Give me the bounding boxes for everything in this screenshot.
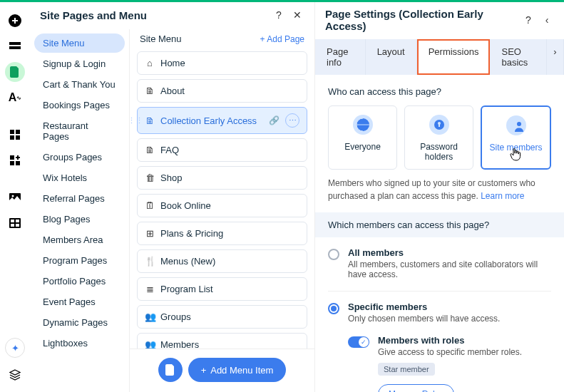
page-item[interactable]: 🗎FAQ — [137, 138, 307, 162]
roles-title: Members with roles — [378, 335, 551, 346]
sidebar-item-wix-hotels[interactable]: Wix Hotels — [34, 168, 125, 187]
svg-rect-15 — [11, 224, 14, 227]
card-icon — [506, 115, 526, 135]
add-menu-item-button[interactable]: +Add Menu Item — [188, 358, 287, 382]
sidebar-item-members-area[interactable]: Members Area — [34, 230, 125, 249]
svg-rect-4 — [16, 130, 20, 134]
opt-spec-desc: Only chosen members will have access. — [348, 314, 551, 324]
page-icon: 👥 — [145, 339, 155, 349]
add-page-link[interactable]: + Add Page — [260, 34, 304, 44]
opt-all-title: All members — [348, 247, 551, 258]
page-label: About — [160, 86, 185, 96]
sidebar-item-lightboxes[interactable]: Lightboxes — [34, 334, 125, 353]
help-icon[interactable]: ? — [272, 8, 286, 22]
settings-tabs: Page infoLayoutPermissionsSEO basics› — [315, 39, 564, 75]
perm-card-site-members[interactable]: Site members — [481, 105, 551, 170]
page-icon: 🗓 — [145, 200, 155, 211]
page-item[interactable]: 🍴Menus (New) — [137, 249, 307, 273]
pages-round-button[interactable] — [158, 358, 183, 382]
card-label: Everyone — [333, 142, 392, 152]
roles-desc: Give access to specific member roles. — [378, 347, 551, 357]
typography-icon[interactable]: A∿ — [5, 88, 25, 108]
svg-rect-20 — [439, 124, 440, 127]
perm-card-everyone[interactable]: Everyone — [328, 105, 397, 170]
sidebar-item-bookings-pages[interactable]: Bookings Pages — [34, 96, 125, 115]
tabs-scroll-right[interactable]: › — [547, 39, 564, 75]
radio-specific-members[interactable] — [328, 303, 339, 314]
sidebar-item-site-menu[interactable]: Site Menu — [34, 33, 125, 53]
manage-roles-button[interactable]: Manage Roles — [378, 384, 454, 392]
page-icon: 🗑 — [145, 172, 155, 183]
sidebar-item-blog-pages[interactable]: Blog Pages — [34, 210, 125, 229]
svg-point-21 — [511, 120, 516, 125]
sidebar-item-portfolio-pages[interactable]: Portfolio Pages — [34, 272, 125, 291]
page-item[interactable]: 🗎About — [137, 79, 307, 103]
sidebar-item-program-pages[interactable]: Program Pages — [34, 251, 125, 270]
back-icon[interactable]: ‹ — [540, 13, 554, 27]
page-icon: 🍴 — [145, 256, 155, 267]
page-icon: ⌂ — [145, 58, 155, 68]
sidebar-item-referral-pages[interactable]: Referral Pages — [34, 189, 125, 208]
page-item[interactable]: ⊞Plans & Pricing — [137, 222, 307, 245]
sidebar-item-event-pages[interactable]: Event Pages — [34, 292, 125, 311]
roles-toggle[interactable] — [348, 336, 369, 348]
page-label: Program List — [160, 284, 213, 294]
tab-seo-basics[interactable]: SEO basics — [490, 39, 547, 75]
page-item[interactable]: ⌂Home — [137, 51, 307, 75]
card-label: Password holders — [409, 142, 468, 162]
sidebar-item-cart-thank-you[interactable]: Cart & Thank You — [34, 75, 125, 94]
role-chip[interactable]: Star member — [378, 363, 435, 376]
link-icon[interactable]: 🔗 — [269, 115, 280, 125]
svg-rect-9 — [16, 161, 20, 165]
page-item[interactable]: 👥Members — [137, 333, 307, 349]
pages-icon[interactable] — [5, 36, 25, 56]
opt-spec-title: Specific members — [348, 301, 551, 312]
layers-icon[interactable] — [5, 365, 25, 385]
page-icon: 🗎 — [145, 115, 155, 126]
page-item[interactable]: 🗓Book Online — [137, 194, 307, 217]
media-icon[interactable] — [5, 187, 25, 207]
add-icon[interactable] — [5, 11, 25, 31]
svg-rect-7 — [10, 155, 14, 160]
content-title: Site Menu — [140, 33, 260, 44]
cms-icon[interactable] — [5, 213, 25, 233]
sidebar-item-dynamic-pages[interactable]: Dynamic Pages — [34, 313, 125, 332]
sidebar-item-restaurant-pages[interactable]: Restaurant Pages — [34, 116, 125, 146]
svg-point-22 — [517, 122, 521, 126]
card-label: Site members — [486, 143, 545, 153]
tab-permissions[interactable]: Permissions — [417, 39, 491, 75]
svg-rect-16 — [16, 224, 19, 227]
perm-card-password-holders[interactable]: Password holders — [404, 105, 473, 170]
tab-page-info[interactable]: Page info — [315, 39, 366, 75]
page-list: ⌂Home🗎About⋮⋮🗎Collection Early Access🔗⋯🗎… — [130, 51, 314, 349]
radio-all-members[interactable] — [328, 249, 339, 260]
page-label: Home — [160, 58, 185, 68]
help-icon[interactable]: ? — [521, 13, 535, 27]
card-icon — [429, 115, 449, 135]
close-icon[interactable]: ✕ — [290, 8, 304, 22]
page-item[interactable]: ⋮⋮🗎Collection Early Access🔗⋯ — [137, 107, 307, 134]
right-panel-title: Page Settings (Collection Early Access) — [325, 8, 517, 32]
svg-rect-13 — [11, 220, 14, 222]
sidebar-item-groups-pages[interactable]: Groups Pages — [34, 148, 125, 167]
page-label: Book Online — [160, 200, 211, 211]
svg-rect-2 — [9, 46, 21, 49]
pages-active-icon[interactable] — [5, 62, 25, 82]
page-label: Collection Early Access — [160, 115, 257, 126]
drag-handle-icon[interactable]: ⋮⋮ — [130, 116, 143, 125]
left-rail: A∿ ✦ — [0, 2, 30, 392]
page-item[interactable]: ≣Program List — [137, 277, 307, 301]
site-menu-list: Site MenuSignup & LoginCart & Thank YouB… — [30, 29, 130, 392]
sparkle-icon[interactable]: ✦ — [5, 338, 25, 358]
page-icon: 🗎 — [145, 145, 155, 155]
page-item[interactable]: 👥Groups — [137, 305, 307, 329]
learn-more-link[interactable]: Learn more — [481, 191, 524, 201]
page-label: Members — [160, 339, 199, 349]
apps-icon[interactable] — [5, 125, 25, 145]
sidebar-item-signup-login[interactable]: Signup & Login — [34, 54, 125, 73]
more-icon[interactable]: ⋯ — [285, 113, 299, 128]
page-item[interactable]: 🗑Shop — [137, 166, 307, 190]
tab-layout[interactable]: Layout — [366, 39, 417, 75]
add-apps-icon[interactable] — [5, 150, 25, 170]
which-members-bar: Which members can access this page? — [315, 212, 564, 237]
